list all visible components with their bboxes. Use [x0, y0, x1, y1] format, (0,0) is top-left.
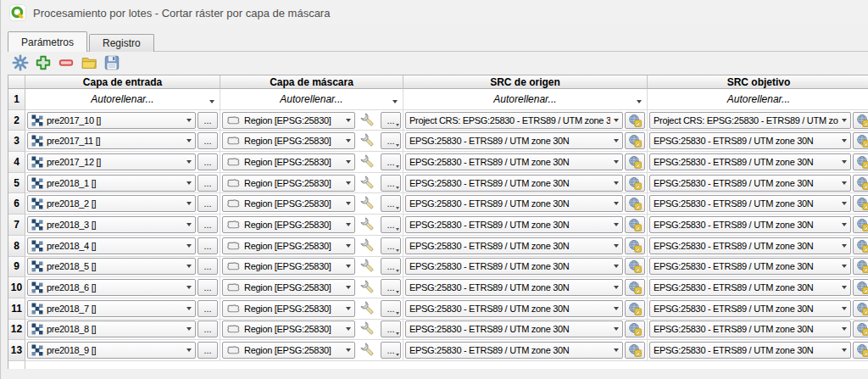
browse-input-button[interactable]: ...: [198, 300, 218, 317]
browse-mask-menu-button[interactable]: ...: [381, 132, 401, 149]
row-number[interactable]: 9: [8, 257, 25, 278]
target-crs-combo[interactable]: EPSG:25830 - ETRS89 / UTM zone 30N: [649, 300, 851, 317]
browse-mask-menu-button[interactable]: ...: [381, 258, 401, 275]
input-layer-combo[interactable]: pre2018_8 []: [27, 320, 196, 337]
row-number[interactable]: 11: [8, 298, 25, 320]
browse-mask-menu-button[interactable]: ...: [381, 342, 401, 359]
mask-layer-combo[interactable]: Region [EPSG:25830]: [222, 132, 355, 149]
select-source-crs-button[interactable]: [625, 153, 645, 170]
tab-parametros[interactable]: Parámetros: [8, 31, 87, 52]
browse-mask-menu-button[interactable]: ...: [381, 153, 401, 170]
select-source-crs-button[interactable]: [625, 279, 645, 296]
mask-layer-combo[interactable]: Region [EPSG:25830]: [222, 112, 355, 129]
target-crs-combo[interactable]: EPSG:25830 - ETRS89 / UTM zone 30N: [649, 195, 851, 212]
browse-mask-menu-button[interactable]: ...: [381, 320, 401, 337]
browse-input-button[interactable]: ...: [198, 132, 218, 149]
source-crs-combo[interactable]: EPSG:25830 - ETRS89 / UTM zone 30N: [405, 300, 623, 317]
tab-registro[interactable]: Registro: [89, 34, 154, 52]
source-crs-combo[interactable]: EPSG:25830 - ETRS89 / UTM zone 30N: [405, 132, 623, 149]
mask-layer-combo[interactable]: Region [EPSG:25830]: [222, 258, 355, 275]
target-crs-combo[interactable]: EPSG:25830 - ETRS89 / UTM zone 30N: [649, 279, 851, 296]
row-number[interactable]: 12: [8, 320, 25, 341]
source-crs-combo[interactable]: EPSG:25830 - ETRS89 / UTM zone 30N: [405, 279, 623, 296]
iterate-over-layer-button[interactable]: [357, 111, 379, 130]
iterate-over-layer-button[interactable]: [357, 278, 379, 297]
row-number[interactable]: 6: [8, 193, 25, 215]
column-header-target-crs[interactable]: SRC objetivo: [648, 75, 868, 89]
autofill-input-layer[interactable]: Autorellenar...: [25, 89, 220, 110]
browse-input-button[interactable]: ...: [198, 216, 218, 233]
save-batch-button[interactable]: [103, 53, 121, 72]
target-crs-combo[interactable]: EPSG:25830 - ETRS89 / UTM zone 30N: [649, 258, 851, 275]
mask-layer-combo[interactable]: Region [EPSG:25830]: [222, 237, 355, 254]
input-layer-combo[interactable]: pre2018_4 []: [27, 237, 196, 254]
browse-mask-menu-button[interactable]: ...: [381, 216, 401, 233]
input-layer-combo[interactable]: pre2018_3 []: [27, 216, 196, 233]
column-header-mask-layer[interactable]: Capa de máscara: [220, 75, 403, 89]
autofill-mask-layer[interactable]: Autorellenar...: [220, 89, 403, 110]
browse-input-button[interactable]: ...: [198, 153, 218, 170]
select-source-crs-button[interactable]: [625, 216, 645, 233]
select-source-crs-button[interactable]: [625, 112, 645, 129]
browse-mask-menu-button[interactable]: ...: [381, 112, 401, 129]
browse-input-button[interactable]: ...: [198, 279, 218, 296]
row-number[interactable]: 10: [8, 277, 25, 298]
select-source-crs-button[interactable]: [625, 342, 645, 359]
source-crs-combo[interactable]: EPSG:25830 - ETRS89 / UTM zone 30N: [405, 175, 623, 192]
select-target-crs-button[interactable]: [853, 153, 868, 170]
target-crs-combo[interactable]: EPSG:25830 - ETRS89 / UTM zone 30N: [649, 132, 851, 149]
row-number[interactable]: 5: [8, 173, 25, 194]
target-crs-combo[interactable]: EPSG:25830 - ETRS89 / UTM zone 30N: [649, 320, 851, 337]
select-source-crs-button[interactable]: [625, 175, 645, 192]
browse-input-button[interactable]: ...: [198, 342, 218, 359]
target-crs-combo[interactable]: EPSG:25830 - ETRS89 / UTM zone 30N: [649, 175, 851, 192]
source-crs-combo[interactable]: EPSG:25830 - ETRS89 / UTM zone 30N: [405, 153, 623, 170]
mask-layer-combo[interactable]: Region [EPSG:25830]: [222, 342, 355, 359]
source-crs-combo[interactable]: EPSG:25830 - ETRS89 / UTM zone 30N: [405, 258, 623, 275]
iterate-over-layer-button[interactable]: [357, 174, 379, 192]
row-number[interactable]: 4: [8, 152, 25, 173]
source-crs-combo[interactable]: Project CRS: EPSG:25830 - ETRS89 / UTM z…: [405, 112, 623, 129]
mask-layer-combo[interactable]: Region [EPSG:25830]: [222, 300, 355, 317]
mask-layer-combo[interactable]: Region [EPSG:25830]: [222, 153, 355, 170]
select-source-crs-button[interactable]: [625, 258, 645, 275]
source-crs-combo[interactable]: EPSG:25830 - ETRS89 / UTM zone 30N: [405, 342, 623, 359]
browse-input-button[interactable]: ...: [198, 237, 218, 254]
column-header-input-layer[interactable]: Capa de entrada: [25, 75, 220, 89]
mask-layer-combo[interactable]: Region [EPSG:25830]: [222, 279, 355, 296]
browse-input-button[interactable]: ...: [198, 175, 218, 192]
input-layer-combo[interactable]: pre2018_7 []: [27, 300, 196, 317]
input-layer-combo[interactable]: pre2017_10 []: [27, 112, 196, 129]
iterate-over-layer-button[interactable]: [357, 194, 379, 213]
target-crs-combo[interactable]: EPSG:25830 - ETRS89 / UTM zone 30N: [649, 216, 851, 233]
select-target-crs-button[interactable]: [853, 216, 868, 233]
target-crs-combo[interactable]: EPSG:25830 - ETRS89 / UTM zone 30N: [649, 342, 851, 359]
mask-layer-combo[interactable]: Region [EPSG:25830]: [222, 175, 355, 192]
select-target-crs-button[interactable]: [853, 279, 868, 296]
row-number[interactable]: 8: [8, 236, 25, 257]
advanced-options-button[interactable]: [11, 53, 30, 72]
browse-mask-menu-button[interactable]: ...: [381, 279, 401, 296]
select-target-crs-button[interactable]: [853, 112, 868, 129]
input-layer-combo[interactable]: pre2018_5 []: [27, 258, 196, 275]
add-row-button[interactable]: [34, 53, 53, 72]
input-layer-combo[interactable]: pre2017_12 []: [27, 153, 196, 170]
browse-input-button[interactable]: ...: [198, 195, 218, 212]
input-layer-combo[interactable]: pre2018_9 []: [27, 342, 196, 359]
browse-mask-menu-button[interactable]: ...: [381, 237, 401, 254]
row-number[interactable]: 2: [8, 110, 25, 131]
select-source-crs-button[interactable]: [625, 195, 645, 212]
select-target-crs-button[interactable]: [853, 300, 868, 317]
browse-mask-menu-button[interactable]: ...: [381, 195, 401, 212]
remove-row-button[interactable]: [57, 53, 75, 72]
select-source-crs-button[interactable]: [625, 237, 645, 254]
mask-layer-combo[interactable]: Region [EPSG:25830]: [222, 216, 355, 233]
row-number[interactable]: 13: [8, 340, 25, 361]
iterate-over-layer-button[interactable]: [357, 215, 379, 234]
source-crs-combo[interactable]: EPSG:25830 - ETRS89 / UTM zone 30N: [405, 195, 623, 212]
iterate-over-layer-button[interactable]: [357, 153, 379, 171]
open-batch-button[interactable]: [80, 53, 98, 72]
select-target-crs-button[interactable]: [853, 132, 868, 149]
mask-layer-combo[interactable]: Region [EPSG:25830]: [222, 320, 355, 337]
autofill-target-crs[interactable]: Autorellenar...: [648, 89, 868, 110]
